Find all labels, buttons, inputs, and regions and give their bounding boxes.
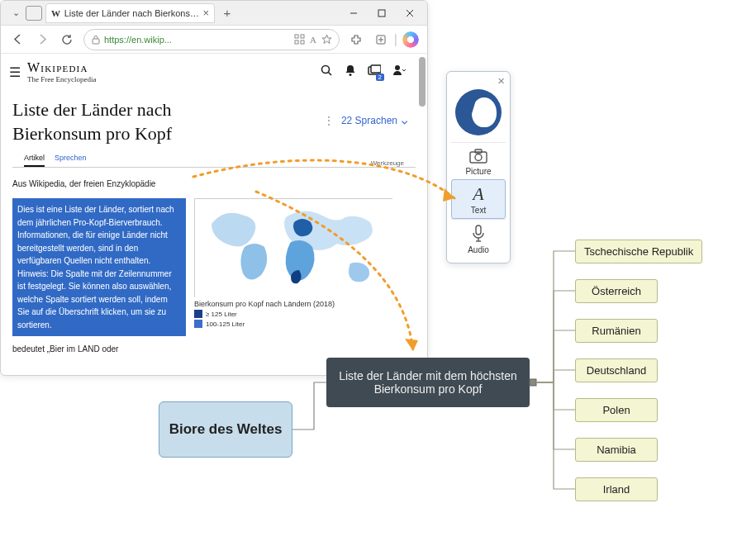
tab-strip: ⌄ W Liste der Länder nach Bierkonsum × + (4, 3, 340, 23)
wiki-logo-sub: The Free Encyclopedia (27, 75, 96, 83)
trailing-text: bedeutet „Bier im LAND oder (12, 344, 416, 354)
inbox-badge: 2 (376, 74, 384, 81)
wiki-header: ☰ Wikipedia The Free Encyclopedia 2 (1, 54, 427, 90)
map-caption: Bierkonsum pro Kopf nach Ländern (2018) (194, 300, 416, 308)
wiki-logo[interactable]: Wikipedia The Free Encyclopedia (27, 60, 96, 83)
browser-tab[interactable]: W Liste der Länder nach Bierkonsum × (45, 3, 215, 23)
title-row: Liste der Länder nach Bierkonsum pro Kop… (1, 90, 427, 149)
panel-item-picture[interactable]: Picture (451, 142, 506, 179)
svg-point-20 (475, 154, 482, 161)
user-icon[interactable] (392, 64, 407, 79)
hamburger-icon[interactable]: ☰ (9, 64, 21, 80)
tab-article[interactable]: Artikel (24, 154, 45, 167)
mindmap-child-node[interactable]: Irland (575, 477, 658, 501)
tab-title: Liste der Länder nach Bierkonsum (64, 8, 200, 18)
page-content: ☰ Wikipedia The Free Encyclopedia 2 List… (1, 54, 427, 375)
address-bar[interactable]: https://en.wikip... A (83, 29, 340, 50)
svg-rect-7 (295, 40, 298, 44)
svg-line-13 (329, 72, 332, 75)
toolbar-right: | (345, 28, 422, 51)
legend-row-2: 100-125 Liter (194, 320, 416, 328)
lock-icon (91, 35, 101, 45)
svg-point-14 (349, 74, 352, 76)
window-controls (340, 2, 424, 25)
forward-button[interactable] (31, 28, 54, 51)
text-a-icon: A (473, 185, 483, 203)
article-body: Aus Wikipedia, der freien Enzyklopädie D… (1, 168, 427, 365)
extensions-icon[interactable] (345, 28, 368, 51)
tabs-dropdown[interactable]: ⌄ (9, 7, 22, 20)
tools-link[interactable]: Werkzeuge (371, 159, 404, 167)
panel-item-audio[interactable]: Audio (451, 219, 506, 258)
svg-rect-22 (476, 225, 481, 235)
wiki-logo-main: Wikipedia (27, 60, 96, 75)
mindmap-child-node[interactable]: Rumänien (575, 319, 658, 343)
mindmap-child-node[interactable]: Österreich (575, 279, 658, 303)
tab-actions-icon[interactable] (26, 6, 42, 21)
toolbar: https://en.wikip... A | (1, 26, 427, 54)
svg-point-12 (322, 65, 330, 73)
back-button[interactable] (6, 28, 29, 51)
collections-icon[interactable] (369, 28, 392, 51)
mindmap-central-node[interactable]: Liste der Länder mit dem höchsten Bierko… (326, 358, 530, 407)
source-line: Aus Wikipedia, der freien Enzyklopädie (12, 179, 416, 188)
copilot-icon (402, 31, 419, 48)
language-selector[interactable]: 22 Sprachen (324, 115, 407, 126)
titlebar: ⌄ W Liste der Länder nach Bierkonsum × + (1, 1, 427, 26)
article-tabs: Artikel Sprechen Werkzeuge (12, 149, 416, 168)
maximize-button[interactable] (368, 2, 396, 25)
mindmap-child-node[interactable]: Namibia (575, 438, 658, 462)
svg-rect-21 (475, 149, 482, 153)
mindmap-child-node[interactable]: Tschechische Republik (575, 240, 702, 263)
svg-rect-16 (371, 65, 381, 73)
svg-rect-6 (301, 35, 304, 38)
microphone-icon (472, 225, 485, 243)
panel-close-icon[interactable]: × (497, 74, 505, 88)
scrollbar[interactable] (419, 57, 426, 107)
panel-item-text[interactable]: A Text (451, 179, 506, 219)
text-size-icon[interactable]: A (310, 35, 316, 45)
svg-rect-4 (93, 39, 99, 44)
capture-panel: × Picture A Text Audio (446, 71, 511, 263)
url-text: https://en.wikip... (104, 35, 172, 45)
grid-icon[interactable] (294, 34, 305, 45)
bell-icon[interactable] (345, 64, 356, 80)
mindmap-child-node[interactable]: Polen (575, 398, 658, 422)
tab-close-icon[interactable]: × (202, 7, 209, 19)
minimize-button[interactable] (340, 2, 368, 25)
wiki-actions: 2 (321, 64, 419, 80)
tab-talk[interactable]: Sprechen (55, 154, 87, 167)
world-map[interactable] (194, 198, 392, 297)
svg-rect-5 (295, 35, 298, 38)
camera-icon (468, 148, 488, 164)
mindmap-parent-node[interactable]: Biore des Weltes (159, 401, 292, 458)
panel-avatar (455, 89, 502, 135)
favicon-w-icon: W (51, 8, 61, 18)
browser-window: ⌄ W Liste der Länder nach Bierkonsum × + (0, 0, 428, 376)
copilot-button[interactable] (399, 28, 422, 51)
selected-paragraph[interactable]: Dies ist eine Liste der Länder, sortiert… (12, 198, 186, 336)
search-icon[interactable] (321, 64, 333, 80)
refresh-button[interactable] (55, 28, 78, 51)
legend-row-1: ≥ 125 Liter (194, 310, 416, 318)
page-title: Liste der Länder nach Bierkonsum pro Kop… (12, 98, 211, 145)
inbox-icon[interactable]: 2 (368, 64, 381, 79)
map-box: Bierkonsum pro Kopf nach Ländern (2018) … (194, 198, 416, 336)
svg-point-17 (395, 65, 400, 70)
mindmap-child-node[interactable]: Deutschland (575, 358, 658, 382)
favorite-icon[interactable] (321, 34, 332, 45)
svg-rect-8 (301, 40, 304, 44)
svg-rect-1 (378, 10, 385, 17)
svg-rect-25 (530, 379, 536, 386)
new-tab-button[interactable]: + (218, 4, 236, 22)
close-button[interactable] (396, 2, 424, 25)
